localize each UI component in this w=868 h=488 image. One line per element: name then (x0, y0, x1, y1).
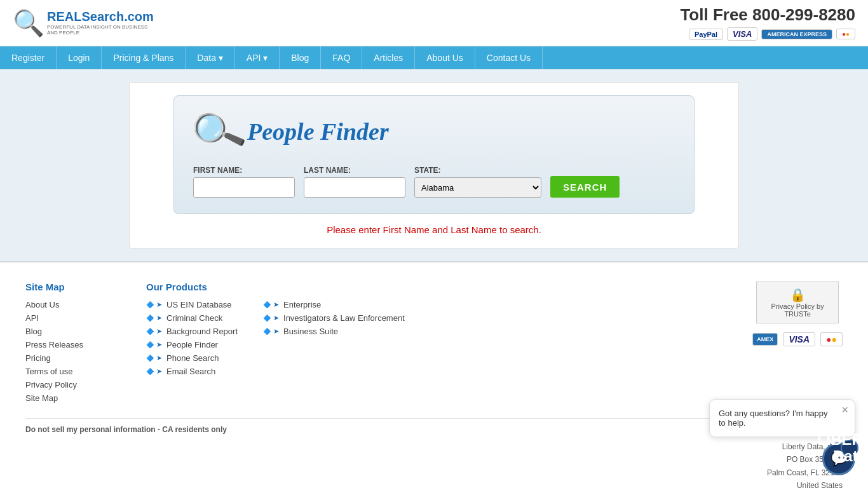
truste-text: Privacy Policy by TRUSTe (764, 302, 831, 318)
nav-faq[interactable]: FAQ (321, 46, 362, 69)
truste-lock-icon: 🔒 (764, 287, 831, 302)
liberty-badge: LIBERTY Data (841, 439, 858, 457)
product-business[interactable]: Business Suite (283, 327, 338, 336)
nav-data[interactable]: Data ▾ (186, 46, 234, 69)
last-name-label: LAST NAME: (304, 166, 405, 175)
logo-text: REALSearch.com (47, 10, 154, 23)
sitemap-about[interactable]: About Us (25, 300, 59, 309)
footer-sitemap-col: Site Map About Us API Blog Press Release… (25, 281, 127, 407)
arr-icon-9: ➤ (273, 327, 279, 336)
chat-widget: × Got any questions? I'm happy to help. … (709, 399, 855, 475)
nav-about[interactable]: About Us (415, 46, 475, 69)
main-content: 🔍 People Finder FIRST NAME: LAST NAME: S… (129, 82, 739, 248)
arr-icon-1: ➤ (156, 301, 162, 309)
arr-icon-6: ➤ (156, 367, 162, 376)
sitemap-sitemap[interactable]: Site Map (25, 393, 58, 403)
sitemap-blog[interactable]: Blog (25, 327, 42, 336)
footer-products-col: Our Products ➤US EIN Database ➤Criminal … (146, 281, 405, 380)
products-list-1: ➤US EIN Database ➤Criminal Check ➤Backgr… (146, 300, 238, 380)
error-message: Please enter First Name and Last Name to… (142, 224, 726, 235)
footer-mc-icon: ●● (820, 332, 843, 346)
arr-icon-5: ➤ (156, 354, 162, 362)
last-name-input[interactable] (304, 177, 405, 198)
nav-register[interactable]: Register (0, 46, 57, 69)
arr-icon-7: ➤ (273, 301, 279, 309)
state-group: STATE: AlabamaAlaskaArizonaArkansasCalif… (414, 166, 541, 198)
last-name-group: LAST NAME: (304, 166, 405, 198)
nav-contact[interactable]: Contact Us (475, 46, 543, 69)
chat-icon-area: 💬 LIBERTY Data (709, 442, 855, 475)
footer-visa-icon: VISA (783, 332, 815, 346)
sitemap-press[interactable]: Press Releases (25, 340, 83, 349)
arr-icon-2: ➤ (156, 314, 162, 322)
chat-close-button[interactable]: × (841, 403, 848, 417)
magnifier-icon: 🔍 (13, 8, 44, 38)
nav-pricing[interactable]: Pricing & Plans (102, 46, 186, 69)
nav-articles[interactable]: Articles (362, 46, 415, 69)
logo: 🔍 REALSearch.com POWERFUL DATA INSIGHT O… (13, 7, 114, 39)
main-nav: Register Login Pricing & Plans Data ▾ AP… (0, 46, 868, 69)
sitemap-pricing[interactable]: Pricing (25, 353, 51, 363)
product-enterprise[interactable]: Enterprise (283, 300, 321, 309)
footer-payment-icons: AMEX VISA ●● (752, 332, 843, 346)
footer-amex-icon: AMEX (752, 333, 778, 346)
product-background[interactable]: Background Report (166, 327, 238, 336)
footer-right: 🔒 Privacy Policy by TRUSTe AMEX VISA ●● (752, 281, 843, 346)
sitemap-api[interactable]: API (25, 313, 39, 323)
chat-message: Got any questions? I'm happy to help. (719, 409, 828, 428)
header: 🔍 REALSearch.com POWERFUL DATA INSIGHT O… (0, 0, 868, 46)
logo-real: REAL (47, 10, 81, 24)
state-select[interactable]: AlabamaAlaskaArizonaArkansasCaliforniaCo… (414, 177, 541, 198)
product-phone[interactable]: Phone Search (166, 353, 219, 363)
visa-icon: VISA (727, 27, 757, 41)
product-investigators[interactable]: Investigators & Law Enforcement (283, 313, 405, 323)
product-criminal[interactable]: Criminal Check (166, 313, 222, 323)
footer-sitemap-title: Site Map (25, 281, 127, 292)
logo-search: Search.com (81, 10, 153, 24)
amex-icon: AMERICAN EXPRESS (761, 29, 832, 39)
product-email[interactable]: Email Search (166, 367, 215, 376)
product-ein[interactable]: US EIN Database (166, 300, 232, 309)
nav-api[interactable]: API ▾ (235, 46, 280, 69)
products-list-2: ➤Enterprise ➤Investigators & Law Enforce… (263, 300, 405, 380)
country: United States (25, 479, 843, 488)
truste-badge: 🔒 Privacy Policy by TRUSTe (756, 281, 839, 323)
first-name-input[interactable] (193, 177, 295, 198)
first-name-label: FIRST NAME: (193, 166, 295, 175)
sitemap-privacy[interactable]: Privacy Policy (25, 380, 77, 390)
mastercard-icon: ●● (836, 29, 855, 39)
pf-form: FIRST NAME: LAST NAME: STATE: AlabamaAla… (193, 166, 620, 198)
chat-open-button[interactable]: 💬 LIBERTY Data (822, 442, 855, 475)
sitemap-terms[interactable]: Terms of use (25, 367, 72, 376)
people-finder-box: 🔍 People Finder FIRST NAME: LAST NAME: S… (173, 95, 695, 214)
logo-sub: POWERFUL DATA INSIGHT ON BUSINESS AND PE… (47, 24, 154, 36)
pf-title: People Finder (247, 118, 389, 146)
pf-header: 🔍 People Finder (193, 109, 389, 154)
nav-login[interactable]: Login (57, 46, 102, 69)
toll-free: Toll Free 800-299-8280 (680, 5, 855, 25)
arr-icon-3: ➤ (156, 327, 162, 336)
logo-area: 🔍 REALSearch.com POWERFUL DATA INSIGHT O… (13, 7, 114, 39)
arr-icon-4: ➤ (156, 341, 162, 349)
payment-icons: PayPal VISA AMERICAN EXPRESS ●● (680, 27, 855, 41)
search-button[interactable]: SEARCH (550, 176, 620, 198)
arr-icon-8: ➤ (273, 314, 279, 322)
pf-magnifier-icon: 🔍 (187, 102, 248, 161)
first-name-group: FIRST NAME: (193, 166, 295, 198)
sitemap-list: About Us API Blog Press Releases Pricing… (25, 300, 127, 403)
nav-blog[interactable]: Blog (280, 46, 321, 69)
paypal-icon: PayPal (689, 29, 723, 40)
product-people[interactable]: People Finder (166, 340, 218, 349)
state-label: STATE: (414, 166, 541, 175)
header-right: Toll Free 800-299-8280 PayPal VISA AMERI… (680, 5, 855, 41)
footer-products-title: Our Products (146, 281, 405, 292)
